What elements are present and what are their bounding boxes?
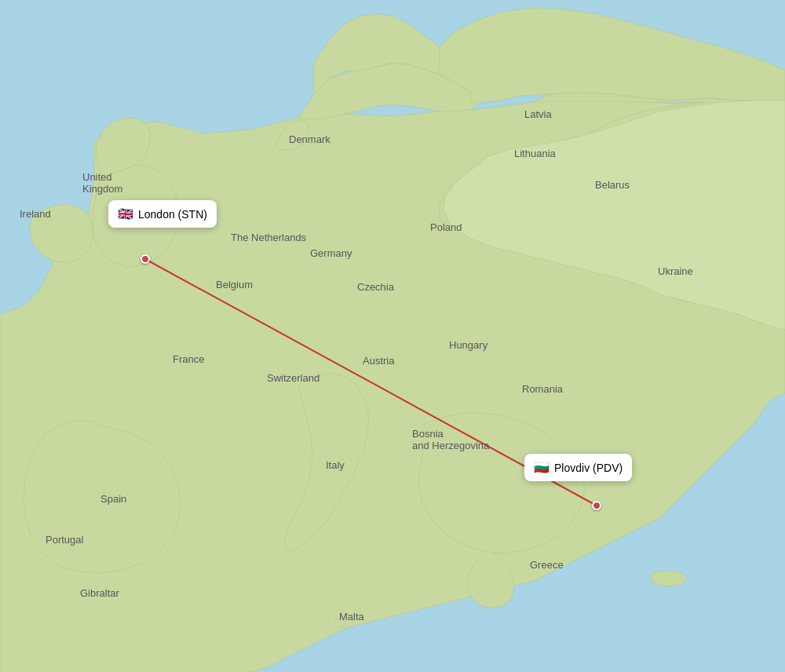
map-svg bbox=[0, 0, 785, 672]
london-label: London (STN) bbox=[138, 208, 207, 221]
bg-flag-icon: 🇧🇬 bbox=[534, 460, 550, 475]
uk-flag-icon: 🇬🇧 bbox=[118, 206, 133, 221]
plovdiv-popup: 🇧🇬 Plovdiv (PDV) bbox=[524, 454, 632, 481]
london-dot bbox=[141, 254, 150, 264]
plovdiv-dot bbox=[592, 501, 601, 510]
map-container: Ireland UnitedKingdom The Netherlands Be… bbox=[0, 0, 785, 672]
london-popup: 🇬🇧 London (STN) bbox=[108, 200, 217, 228]
plovdiv-label: Plovdiv (PDV) bbox=[554, 462, 623, 474]
